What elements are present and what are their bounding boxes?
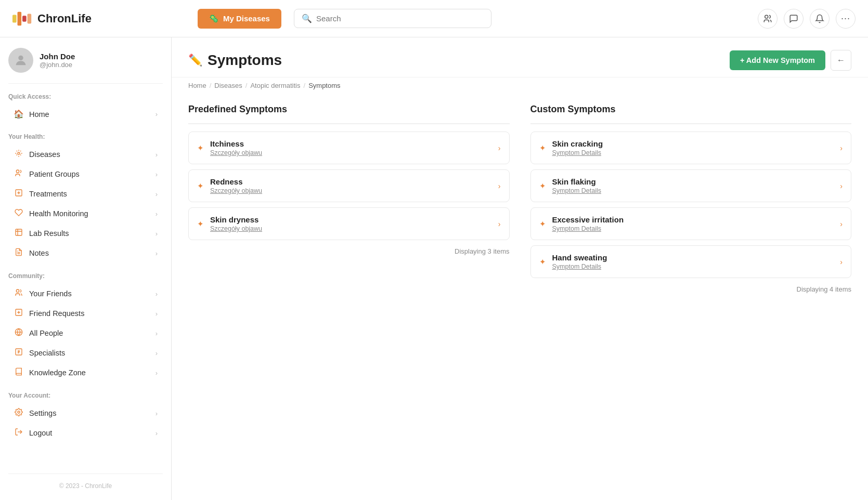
users-nav-button[interactable] xyxy=(758,9,778,29)
search-icon: 🔍 xyxy=(302,14,312,23)
sidebar-item-friend-requests[interactable]: Friend Requests › xyxy=(8,304,163,323)
sidebar-item-diseases[interactable]: Diseases › xyxy=(8,144,163,164)
svg-rect-3 xyxy=(28,14,32,23)
predefined-divider xyxy=(188,123,510,124)
chat-nav-button[interactable] xyxy=(784,9,804,29)
symptom-arrow-skin-cracking: › xyxy=(840,144,843,152)
sidebar-item-all-people[interactable]: All People › xyxy=(8,323,163,343)
symptom-icon-itchiness: ✦ xyxy=(197,143,204,153)
svg-point-4 xyxy=(765,15,768,18)
knowledge-zone-chevron: › xyxy=(156,369,158,377)
add-new-symptom-button[interactable]: + Add New Symptom xyxy=(730,50,825,70)
symptom-sub-itchiness: Szczegóły objawu xyxy=(210,149,492,156)
health-monitoring-chevron: › xyxy=(156,210,158,218)
symptom-sub-redness: Szczegóły objawu xyxy=(210,187,492,194)
symptom-name-hand-sweating: Hand sweating xyxy=(552,253,834,262)
breadcrumb-home[interactable]: Home xyxy=(188,82,206,89)
sidebar-item-knowledge-zone-label: Knowledge Zone xyxy=(29,369,86,377)
my-diseases-button[interactable]: 🦠 My Diseases xyxy=(198,9,281,29)
svg-point-16 xyxy=(18,411,20,413)
specialists-chevron: › xyxy=(156,349,158,357)
custom-count: Displaying 4 items xyxy=(530,285,852,293)
sidebar-item-notes[interactable]: Notes › xyxy=(8,243,163,263)
lab-results-icon xyxy=(14,228,24,239)
sidebar-item-treatments[interactable]: Treatments › xyxy=(8,184,163,204)
sidebar-item-lab-results[interactable]: Lab Results › xyxy=(8,223,163,243)
search-input[interactable] xyxy=(316,14,484,23)
back-button[interactable]: ← xyxy=(831,50,851,71)
symptom-body-excessive-irritation: Excessive irritation Symptom Details xyxy=(552,215,834,232)
account-label: Your Account: xyxy=(8,392,163,399)
sidebar-item-friend-requests-label: Friend Requests xyxy=(29,309,84,318)
settings-chevron: › xyxy=(156,410,158,417)
header-actions: + Add New Symptom ← xyxy=(730,50,851,71)
symptom-name-itchiness: Itchiness xyxy=(210,139,492,148)
symptom-arrow-excessive-irritation: › xyxy=(840,220,843,228)
breadcrumb-diseases[interactable]: Diseases xyxy=(214,82,242,89)
sidebar-item-knowledge-zone[interactable]: Knowledge Zone › xyxy=(8,363,163,383)
friend-requests-icon xyxy=(14,308,24,319)
health-monitoring-icon xyxy=(14,208,24,219)
sidebar-item-specialists-label: Specialists xyxy=(29,349,65,357)
main-content: ✏️ Symptoms + Add New Symptom ← Home / D… xyxy=(172,37,868,500)
symptom-card-skin-dryness[interactable]: ✦ Skin dryness Szczegóły objawu › xyxy=(188,207,510,240)
sidebar-item-patient-groups[interactable]: Patient Groups › xyxy=(8,164,163,184)
page-title: ✏️ Symptoms xyxy=(188,52,282,69)
symptoms-body: Predefined Symptoms ✦ Itchiness Szczegół… xyxy=(172,89,868,308)
sidebar-item-specialists[interactable]: Specialists › xyxy=(8,343,163,363)
community-label: Community: xyxy=(8,272,163,280)
page-title-text: Symptoms xyxy=(208,52,282,69)
symptom-sub-skin-cracking: Symptom Details xyxy=(552,149,834,156)
layout: John Doe @john.doe Quick Access: 🏠 Home … xyxy=(0,37,868,500)
sidebar-item-home-label: Home xyxy=(29,110,49,119)
sidebar-item-health-monitoring[interactable]: Health Monitoring › xyxy=(8,204,163,223)
symptom-card-excessive-irritation[interactable]: ✦ Excessive irritation Symptom Details › xyxy=(530,207,852,240)
user-name: John Doe xyxy=(40,52,75,61)
lab-results-chevron: › xyxy=(156,230,158,238)
sidebar-item-your-friends[interactable]: Your Friends › xyxy=(8,284,163,304)
home-chevron: › xyxy=(156,110,158,118)
sidebar-item-settings[interactable]: Settings › xyxy=(8,403,163,423)
logo-icon xyxy=(12,11,33,26)
symptom-body-skin-flaking: Skin flaking Symptom Details xyxy=(552,177,834,194)
all-people-chevron: › xyxy=(156,330,158,337)
settings-icon xyxy=(14,408,24,418)
symptom-card-skin-cracking[interactable]: ✦ Skin cracking Symptom Details › xyxy=(530,131,852,164)
symptom-card-itchiness[interactable]: ✦ Itchiness Szczegóły objawu › xyxy=(188,131,510,164)
patient-groups-chevron: › xyxy=(156,170,158,178)
symptom-body-skin-dryness: Skin dryness Szczegóły objawu xyxy=(210,215,492,232)
sidebar-item-home[interactable]: 🏠 Home › xyxy=(8,104,163,124)
symptom-body-skin-cracking: Skin cracking Symptom Details xyxy=(552,139,834,156)
notes-icon xyxy=(14,248,24,258)
breadcrumb-sep-2: / xyxy=(245,82,248,89)
back-arrow-icon: ← xyxy=(837,56,845,65)
more-nav-button[interactable]: ··· xyxy=(836,9,856,29)
breadcrumb-atopic-dermatitis[interactable]: Atopic dermatitis xyxy=(250,82,300,89)
notes-chevron: › xyxy=(156,249,158,257)
sidebar-item-settings-label: Settings xyxy=(29,409,56,417)
page-header: ✏️ Symptoms + Add New Symptom ← xyxy=(172,37,868,77)
symptom-icon-skin-flaking: ✦ xyxy=(539,181,546,191)
symptom-arrow-skin-dryness: › xyxy=(498,220,501,228)
logo[interactable]: ChronLife xyxy=(12,11,92,26)
sidebar-item-all-people-label: All People xyxy=(29,329,63,337)
sidebar: John Doe @john.doe Quick Access: 🏠 Home … xyxy=(0,37,172,500)
svg-rect-0 xyxy=(12,15,17,22)
predefined-section-title: Predefined Symptoms xyxy=(188,104,510,115)
sidebar-item-health-monitoring-label: Health Monitoring xyxy=(29,209,88,218)
search-box: 🔍 xyxy=(294,9,491,28)
diseases-chevron: › xyxy=(156,151,158,159)
symptom-card-hand-sweating[interactable]: ✦ Hand sweating Symptom Details › xyxy=(530,245,852,278)
sidebar-item-logout[interactable]: Logout › xyxy=(8,423,163,443)
symptoms-title-icon: ✏️ xyxy=(188,54,202,67)
symptom-card-redness[interactable]: ✦ Redness Szczegóły objawu › xyxy=(188,169,510,202)
bell-nav-button[interactable] xyxy=(810,9,830,29)
breadcrumb-sep-1: / xyxy=(210,82,212,89)
symptom-card-skin-flaking[interactable]: ✦ Skin flaking Symptom Details › xyxy=(530,169,852,202)
your-friends-chevron: › xyxy=(156,290,158,298)
symptom-arrow-skin-flaking: › xyxy=(840,182,843,190)
user-area: John Doe @john.doe xyxy=(8,48,163,84)
symptoms-columns: Predefined Symptoms ✦ Itchiness Szczegół… xyxy=(188,104,851,293)
symptom-arrow-itchiness: › xyxy=(498,144,501,152)
breadcrumb: Home / Diseases / Atopic dermatitis / Sy… xyxy=(172,77,868,89)
